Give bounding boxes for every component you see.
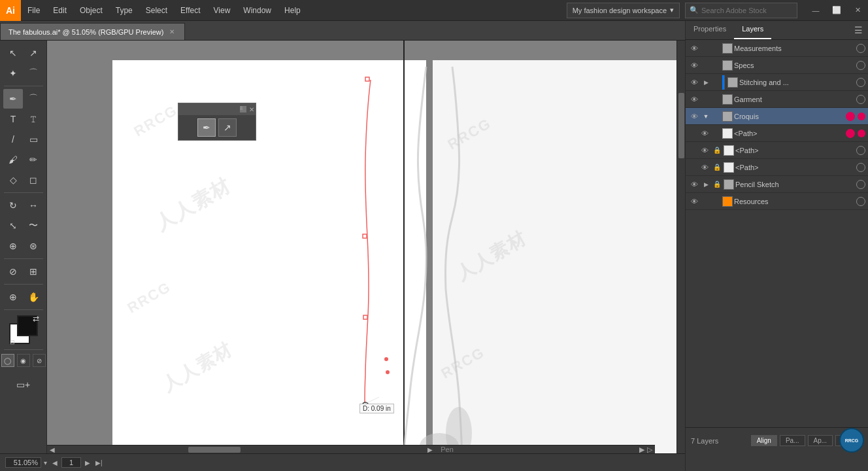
reset-colors-icon[interactable]: ⊡ (8, 338, 17, 347)
menu-select[interactable]: Select (139, 0, 174, 21)
rectangle-tool-button[interactable]: ▭ (24, 130, 43, 149)
artboard-number-input[interactable]: 1 (61, 457, 81, 468)
layer-path-2[interactable]: 👁 🔒 <Path> (686, 142, 868, 159)
layer-specs[interactable]: 👁 Specs (686, 57, 868, 74)
vertical-scroll-thumb[interactable] (678, 93, 684, 158)
expand-icon[interactable] (701, 197, 710, 206)
zoom-down-arrow-icon[interactable]: ▾ (42, 459, 48, 466)
convert-anchor-tool-option[interactable]: ↗ (218, 118, 237, 137)
direct-selection-tool-button[interactable]: ↗ (24, 43, 43, 63)
expand-icon[interactable]: ▼ (701, 112, 710, 121)
target-icon[interactable] (846, 129, 855, 138)
visibility-icon[interactable]: 👁 (688, 196, 700, 207)
align-tab[interactable]: Align (751, 435, 777, 446)
visibility-icon[interactable]: 👁 (688, 60, 700, 71)
prev-artboard-icon[interactable]: ◀ (51, 459, 59, 466)
shaper-tool-button[interactable]: ◇ (3, 170, 23, 190)
warp-tool-button[interactable]: 〜 (24, 216, 43, 236)
visibility-icon[interactable]: 👁 (688, 94, 700, 105)
expand-icon[interactable]: ▶ (701, 180, 710, 189)
magic-wand-tool-button[interactable]: ✦ (3, 63, 23, 83)
rotate-tool-button[interactable]: ↻ (3, 196, 23, 215)
close-button[interactable]: ✕ (847, 0, 868, 21)
layer-path-3[interactable]: 👁 🔒 <Path> (686, 159, 868, 176)
visibility-icon[interactable]: 👁 (688, 77, 700, 88)
eraser-tool-button[interactable]: ◻ (24, 170, 43, 190)
target-icon[interactable] (856, 95, 865, 104)
reflect-tool-button[interactable]: ↔ (24, 196, 43, 215)
panel-menu-icon[interactable]: ☰ (849, 21, 868, 39)
expand-icon[interactable] (701, 95, 710, 104)
target-icon[interactable] (856, 78, 865, 87)
layer-pencil-sketch[interactable]: 👁 ▶ 🔒 Pencil Sketch (686, 176, 868, 193)
visibility-icon[interactable]: 👁 (699, 145, 710, 156)
symbol-sprayer-button[interactable]: ⊛ (24, 236, 43, 256)
lasso-tool-button[interactable]: ⌒ (24, 63, 43, 83)
zoom-tool-button[interactable]: ⊕ (3, 287, 23, 307)
type-touch-tool-button[interactable]: 𝚃 (24, 109, 43, 129)
navigate-right-icon[interactable]: ▷ (647, 445, 652, 454)
line-segment-tool-button[interactable]: / (3, 130, 23, 149)
menu-window[interactable]: Window (237, 0, 278, 21)
scale-tool-button[interactable]: ⤡ (3, 216, 23, 236)
target-icon[interactable] (856, 197, 865, 206)
next-artboard-icon[interactable]: ▶ (84, 459, 92, 466)
pen-tool-button[interactable]: ✒ (3, 89, 23, 109)
measure-tool-button[interactable]: ⊞ (24, 262, 43, 281)
target-icon[interactable] (856, 163, 865, 172)
target-icon[interactable] (856, 180, 865, 189)
artboard-tool-button[interactable]: ▭+ (4, 375, 43, 394)
maximize-button[interactable]: ⬜ (826, 0, 847, 21)
paintbrush-tool-button[interactable]: 🖌 (3, 150, 23, 169)
horizontal-scroll-thumb[interactable] (188, 447, 241, 453)
pathfinder-tab[interactable]: Pa... (780, 435, 805, 446)
expand-icon[interactable] (701, 61, 710, 70)
zoom-input[interactable]: 51.05% (5, 457, 41, 468)
visibility-icon[interactable]: 👁 (688, 111, 700, 122)
target-icon[interactable] (856, 44, 865, 53)
visibility-icon[interactable]: 👁 (699, 162, 710, 173)
normal-mode-button[interactable]: ◯ (1, 354, 14, 367)
lock-icon[interactable]: 🔒 (712, 162, 722, 173)
play-icon[interactable]: ▶ (639, 445, 644, 454)
type-tool-button[interactable]: T (3, 109, 23, 129)
selection-tool-button[interactable]: ↖ (3, 43, 23, 63)
minimize-button[interactable]: — (805, 0, 826, 21)
hand-tool-button[interactable]: ✋ (24, 287, 43, 307)
properties-tab[interactable]: Properties (686, 21, 734, 39)
menu-file[interactable]: File (21, 0, 46, 21)
last-artboard-icon[interactable]: ▶| (94, 459, 104, 466)
visibility-icon[interactable]: 👁 (699, 128, 710, 139)
blend-tool-button[interactable]: ⊕ (3, 236, 23, 256)
expand-icon[interactable] (701, 44, 710, 53)
curvature-tool-button[interactable]: ⌒ (24, 89, 43, 109)
document-tab[interactable]: The fabulous.ai* @ 51.05% (RGB/GPU Previ… (0, 23, 185, 40)
expand-icon[interactable]: ▶ (701, 78, 710, 87)
popup-close-icon[interactable]: ✕ (249, 106, 254, 113)
swap-colors-icon[interactable]: ⇄ (31, 314, 41, 323)
pen-tool-option[interactable]: ✒ (197, 118, 216, 137)
eyedropper-tool-button[interactable]: ⊘ (3, 262, 23, 281)
layer-measurements[interactable]: 👁 Measurements (686, 40, 868, 57)
target-icon[interactable] (846, 112, 855, 121)
pencil-tool-button[interactable]: ✏ (24, 150, 43, 169)
layer-resources[interactable]: 👁 Resources (686, 193, 868, 210)
scroll-left-arrow-icon[interactable]: ◀ (50, 446, 55, 453)
layer-path-1[interactable]: 👁 <Path> (686, 125, 868, 142)
target-icon[interactable] (856, 146, 865, 155)
lock-icon[interactable]: 🔒 (712, 179, 722, 190)
layers-tab[interactable]: Layers (734, 21, 771, 39)
inside-mode-button[interactable]: ⊘ (33, 354, 46, 367)
menu-object[interactable]: Object (73, 0, 109, 21)
behind-mode-button[interactable]: ◉ (17, 354, 30, 367)
visibility-icon[interactable]: 👁 (688, 179, 700, 190)
menu-effect[interactable]: Effect (174, 0, 207, 21)
lock-icon[interactable]: 🔒 (712, 145, 722, 156)
layer-croquis[interactable]: 👁 ▼ Croquis (686, 108, 868, 125)
menu-help[interactable]: Help (278, 0, 307, 21)
appearance-tab[interactable]: Ap... (808, 435, 833, 446)
vertical-scrollbar[interactable] (676, 41, 685, 458)
tab-close-icon[interactable]: ✕ (167, 27, 176, 37)
horizontal-scrollbar[interactable]: ◀ ▶ Pen ▶ ▷ (47, 445, 655, 453)
search-input[interactable] (701, 7, 793, 14)
